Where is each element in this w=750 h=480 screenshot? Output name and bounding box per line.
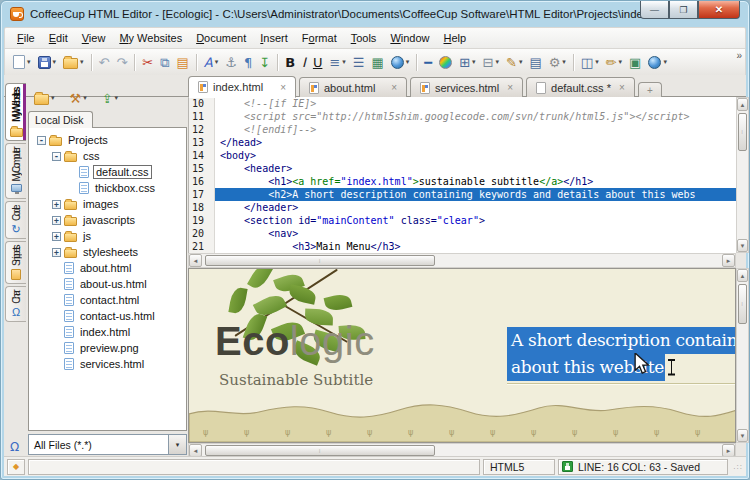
character-map-icon[interactable]: Ω [10,440,19,454]
tree-item-default-css[interactable]: default.css [29,164,186,180]
dropdown-arrow-icon[interactable]: ▾ [215,58,219,66]
maximize-button[interactable]: ❐ [669,1,698,19]
pages-button[interactable]: ▤ [526,51,544,73]
tab-about-html[interactable]: about.html× [299,77,407,97]
tree-item-about-html[interactable]: about.html [29,260,186,276]
sidebar-tab-code[interactable]: Code↻ [5,201,26,239]
tree-item-javascripts[interactable]: +javascripts [29,212,186,228]
dropdown-arrow-icon[interactable]: ▾ [472,58,476,66]
expand-icon[interactable]: + [52,232,61,241]
expand-icon[interactable]: + [52,248,61,257]
underline-button[interactable]: U [310,51,326,73]
menu-view[interactable]: View [75,29,113,47]
expand-icon[interactable]: + [52,200,61,209]
dropdown-arrow-icon[interactable]: ▾ [53,58,57,66]
settings-button[interactable]: ⚙▾ [546,51,569,73]
cut-button[interactable]: ✂ [139,51,156,73]
code-area[interactable]: <!--[if IE]> <script src="http://html5sh… [215,97,736,253]
font-button[interactable]: A▾ [201,51,221,73]
preview-in-browser-button[interactable]: ▣ [626,51,644,73]
code-cleaner-button[interactable]: ✏▾ [603,51,625,73]
selection-line-1[interactable]: A short description containi [507,327,735,354]
dropdown-arrow-icon[interactable]: ▾ [51,94,55,102]
site-tools-button[interactable]: ⚒▾ [67,87,90,109]
file-filter-dropdown[interactable]: All Files (*.*) ▾ [28,434,187,455]
dropdown-arrow-icon[interactable]: ▾ [27,58,31,66]
tab-close-icon[interactable]: × [507,82,513,93]
sites-folder-button[interactable]: ▾ [31,87,58,109]
code-line-17[interactable]: <h2>A short description containing keywo… [215,188,736,201]
dropdown-arrow-icon[interactable]: ▾ [115,94,119,102]
tree-item-preview-png[interactable]: preview.png [29,340,186,356]
scroll-right-icon[interactable]: ► [722,254,735,267]
quick-edit-button[interactable]: ✎▾ [503,51,525,73]
menu-insert[interactable]: Insert [253,29,295,47]
dropdown-arrow-icon[interactable]: ▾ [519,58,523,66]
tree-item-projects[interactable]: -Projects [29,132,186,148]
sidebar-tab-my-computer[interactable]: My Computer [5,143,26,200]
code-editor[interactable]: 101112131415161718192021 <!--[if IE]> <s… [188,97,736,253]
menu-format[interactable]: Format [295,29,344,47]
insert-image-button[interactable]: ▦ [368,51,386,73]
tree-item-contact-us-html[interactable]: contact-us.html [29,308,186,324]
scroll-up-icon[interactable]: ▲ [737,98,748,111]
table-button[interactable]: ⊞▾ [456,51,478,73]
scroll-left-icon[interactable]: ◄ [189,254,202,267]
split-view-button[interactable]: ◫▾ [578,51,602,73]
code-line-19[interactable]: <section id="mainContent" class="clear"> [215,214,736,227]
tree-item-css[interactable]: -css [29,148,186,164]
bold-button[interactable]: B [282,51,298,73]
preview-vscroll-thumb[interactable]: ⁞ [738,284,747,324]
open-button[interactable]: ▾ [60,51,87,73]
title-bar[interactable]: CoffeeCup HTML Editor - [Ecologic] - C:\… [1,1,749,27]
menu-window[interactable]: Window [383,29,436,47]
sidebar-tab-char[interactable]: CharΩ [5,286,26,322]
paragraph-marks-button[interactable]: ¶ [241,51,255,73]
paste-button[interactable]: ▤ [174,51,192,73]
tab-services-html[interactable]: services.html× [410,77,523,97]
code-line-10[interactable]: <!--[if IE]> [215,97,736,110]
tab-close-icon[interactable]: × [619,82,625,93]
menu-help[interactable]: Help [437,29,474,47]
preview-pane[interactable]: Ecologic Sustainable Subtitle A short de… [188,268,736,443]
expand-icon[interactable]: + [52,216,61,225]
resize-grip[interactable]: .:: [731,462,743,471]
dropdown-arrow-icon[interactable]: ▾ [83,94,87,102]
tab-default-css[interactable]: default.css *× [526,77,635,97]
align-button[interactable]: ≡▾ [326,51,348,73]
collapse-icon[interactable]: - [52,152,61,161]
code-line-21[interactable]: <h3>Main Menu</h3> [215,240,736,253]
copy-button[interactable]: ⧉ [157,51,172,73]
tree-item-stylesheets[interactable]: +stylesheets [29,244,186,260]
dropdown-arrow-icon[interactable]: ▾ [663,58,667,66]
dropdown-arrow-icon[interactable]: ▾ [562,58,566,66]
code-vscroll-thumb[interactable]: ⁞ [738,113,747,151]
tab-index-html[interactable]: index.html× [188,76,296,98]
local-disk-tab[interactable]: Local Disk [28,111,93,128]
color-picker-button[interactable] [436,51,455,73]
filter-dropdown-button[interactable]: ▾ [168,435,186,454]
tree-item-index-html[interactable]: index.html [29,324,186,340]
preview-hscroll-thumb[interactable]: ⁞ [205,445,435,456]
tree-item-js[interactable]: +js [29,228,186,244]
menu-tools[interactable]: Tools [344,29,384,47]
tab-close-icon[interactable]: × [280,82,286,93]
code-line-20[interactable]: <nav> [215,227,736,240]
anchor-link-button[interactable]: ⚓ [222,51,240,73]
insert-link-button[interactable]: ▾ [388,51,413,73]
italic-button[interactable]: I [299,51,309,73]
tree-item-images[interactable]: +images [29,196,186,212]
publish-button[interactable]: ▾ [645,51,670,73]
dropdown-arrow-icon[interactable]: ▾ [619,58,623,66]
menu-file[interactable]: File [10,29,42,47]
code-hscroll-thumb[interactable]: ⁞ [205,255,435,266]
dropdown-arrow-icon[interactable]: ▾ [342,58,346,66]
frames-button[interactable]: ⊟▾ [480,51,502,73]
tree-item-thickbox-css[interactable]: thickbox.css [29,180,186,196]
list-button[interactable]: ☰ [350,51,368,73]
code-line-12[interactable]: <![endif]--> [215,123,736,136]
code-vscrollbar[interactable]: ▲ ⁞ ▼ [736,97,749,253]
save-button[interactable]: ▾ [35,51,60,73]
code-line-13[interactable]: </head> [215,136,736,149]
sidebar-tab-snippets[interactable]: Snippets [5,241,26,284]
